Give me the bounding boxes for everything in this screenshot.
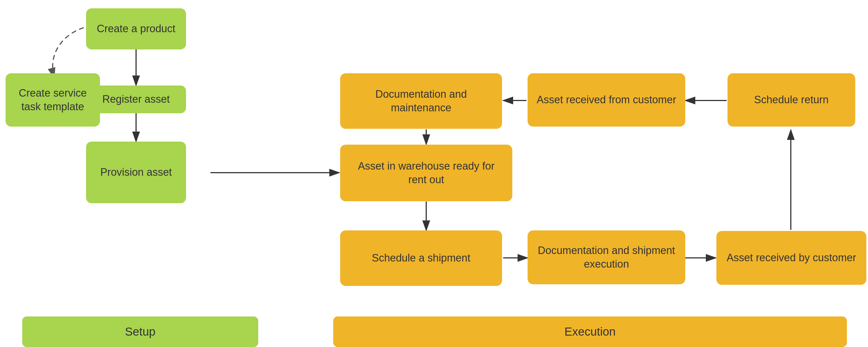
node-documentation-maintenance: Documentation and maintenance [340, 73, 502, 129]
legend-execution: Execution [333, 316, 847, 347]
node-schedule-shipment: Schedule a shipment [340, 230, 502, 286]
legend-area: Setup Execution [0, 311, 868, 347]
node-asset-received-by: Asset received by customer [716, 231, 866, 285]
node-register-asset: Register asset [86, 86, 186, 113]
node-documentation-shipment: Documentation and shipment execution [528, 230, 685, 284]
node-create-product: Create a product [86, 8, 186, 50]
node-create-service-task: Create service task template [5, 73, 100, 127]
node-asset-received-from: Asset received from customer [528, 73, 685, 127]
legend-setup: Setup [22, 316, 258, 347]
node-schedule-return: Schedule return [727, 73, 855, 127]
node-provision-asset: Provision asset [86, 141, 186, 203]
diagram-container: Create a product Create service task tem… [0, 0, 868, 305]
node-asset-in-warehouse: Asset in warehouse ready for rent out [340, 145, 512, 201]
